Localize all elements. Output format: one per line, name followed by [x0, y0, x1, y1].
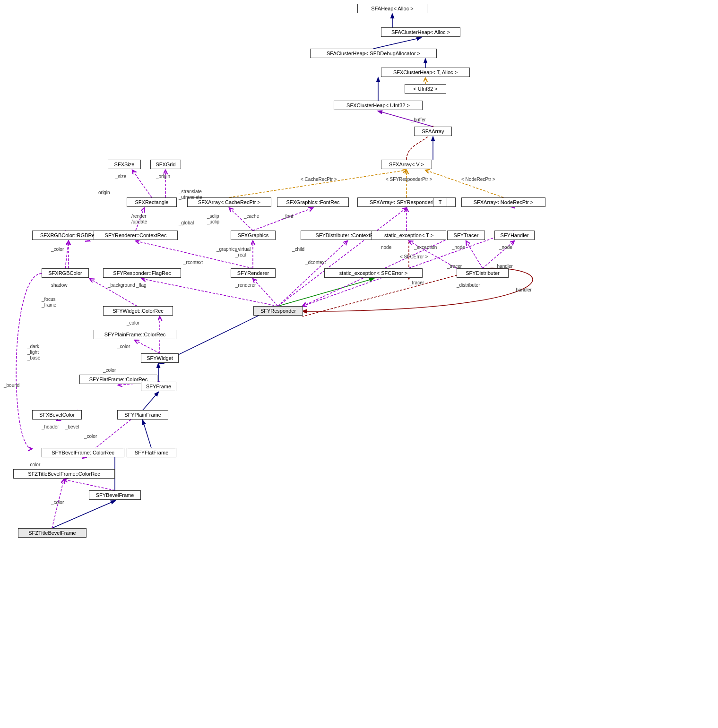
label-bevel: _bevel	[65, 424, 79, 429]
label-color-flat: _color	[103, 368, 116, 373]
node-SFYResponder: SFYResponder	[253, 306, 303, 316]
svg-line-10	[132, 170, 152, 197]
svg-line-47	[278, 208, 407, 306]
label-header: _header	[42, 424, 59, 429]
svg-line-16	[253, 208, 313, 231]
label-flag: _flag	[136, 283, 147, 288]
node-SFYPlainFrame: SFYPlainFrame	[117, 410, 168, 420]
label-handler2: _handler	[513, 287, 532, 292]
label-font: _font	[283, 214, 293, 219]
svg-line-24	[135, 340, 160, 353]
node-static-exception-T: static_exception< T >	[372, 231, 446, 240]
node-SFYPlainFrame-ColorRec: SFYPlainFrame::ColorRec	[94, 330, 176, 339]
label-node3: _node	[499, 245, 512, 250]
svg-line-27	[143, 392, 158, 410]
node-T: T	[433, 197, 447, 207]
label-color-title: _color	[51, 500, 64, 505]
node-SFXArray-NodeRecPtr: SFXArray< NodeRecPtr >	[461, 197, 545, 207]
node-SFYBevelFrame: SFYBevelFrame	[89, 490, 141, 500]
svg-line-29	[143, 420, 151, 448]
node-SFXGrid: SFXGrid	[150, 160, 181, 169]
label-size: _size	[115, 174, 126, 179]
node-SFXArray-V: SFXArray< V >	[381, 160, 432, 169]
label-cache-recptr: < CacheRecPtr >	[301, 177, 337, 182]
label-distributer: _distributer	[457, 283, 480, 288]
svg-line-7	[229, 170, 407, 197]
node-SFXGraphics-FontRec: SFXGraphics::FontRec	[277, 197, 349, 207]
node-SFAHeap: SFAHeap< Alloc >	[357, 4, 427, 13]
node-SFZTitleBevelFrame-ColorRec: SFZTitleBevelFrame::ColorRec	[13, 469, 115, 479]
label-renderer: _renderer	[235, 283, 256, 288]
label-real: _real	[235, 252, 246, 257]
svg-line-9	[425, 170, 503, 197]
label-color-rgb: _color	[51, 247, 64, 252]
label-focus: _focus	[42, 297, 55, 302]
node-SFXClusterHeap-T: SFXClusterHeap< T, Alloc >	[381, 68, 470, 77]
node-SFZTitleBevelFrame: SFZTitleBevelFrame	[18, 528, 87, 538]
node-SFYHandler: SFYHandler	[494, 231, 535, 240]
label-light: _light	[27, 350, 39, 355]
node-SFYFrame: SFYFrame	[141, 382, 176, 391]
label-background: _background	[108, 283, 135, 288]
label-shadow: shadow	[51, 283, 67, 288]
label-origin: origin	[98, 190, 110, 195]
svg-line-45	[466, 241, 483, 268]
node-SFXRectangle: SFXRectangle	[127, 197, 177, 207]
node-SFAClusterHeap-Alloc: SFAClusterHeap< Alloc >	[381, 27, 460, 37]
node-SFXGraphics: SFXGraphics	[231, 231, 276, 240]
label-node1: node	[381, 245, 391, 250]
node-SFYBevelFrame-ColorRec: SFYBevelFrame::ColorRec	[42, 448, 124, 457]
label-buffer: _buffer	[411, 117, 426, 122]
label-origin2: _origin	[156, 174, 170, 179]
svg-line-37	[278, 279, 373, 306]
svg-line-20	[142, 279, 278, 306]
svg-line-15	[229, 208, 253, 231]
label-noderecptr: < NodeRecPtr >	[461, 177, 495, 182]
label-sfcerror: < SFCError >	[400, 254, 428, 259]
label-child: _child	[292, 247, 304, 252]
node-SFYRenderer-ContextRec: SFYRenderer::ContextRec	[94, 231, 178, 240]
label-sclip: _sclip	[207, 214, 219, 219]
label-color-widget: _color	[127, 320, 139, 325]
label-color-plain: _color	[117, 344, 130, 349]
label-cache: _cache	[244, 214, 259, 219]
label-exception: _exception	[414, 245, 437, 250]
label-update: /update	[131, 219, 147, 224]
label-handler1: _handler	[494, 264, 513, 269]
node-SFYRenderer: SFYRenderer	[231, 268, 276, 278]
diagram-container: SFAHeap< Alloc > SFAClusterHeap< Alloc >…	[0, 0, 718, 728]
node-SFAClusterHeap-SFD: SFAClusterHeap< SFDDebugAllocator >	[310, 49, 437, 58]
node-SFYResponder-FlagRec: SFYResponder::FlagRec	[103, 268, 181, 278]
node-SFXBevelColor: SFXBevelColor	[32, 410, 82, 420]
node-SFAArray: SFAArray	[414, 127, 452, 136]
label-rcontext: _rcontext	[183, 260, 203, 265]
label-dcontext: _dcontext	[305, 260, 326, 265]
label-node2: _node	[452, 245, 465, 250]
svg-line-19	[253, 279, 278, 306]
node-SFXRGBColor: SFXRGBColor	[42, 268, 89, 278]
node-SFXSize: SFXSize	[108, 160, 141, 169]
node-SFYWidget-ColorRec: SFYWidget::ColorRec	[103, 306, 173, 316]
svg-line-21	[65, 241, 69, 268]
node-SFYTracer: SFYTracer	[447, 231, 485, 240]
node-SFXClusterHeap-UInt32: SFXClusterHeap< UInt32 >	[334, 101, 423, 110]
label-tracer1: _tracer	[447, 264, 462, 269]
node-SFYFlatFrame: SFYFlatFrame	[127, 448, 176, 457]
label-bound: _bound	[4, 383, 19, 388]
label-render: /render	[131, 214, 147, 219]
svg-line-31	[64, 480, 115, 490]
node-SFYDistributer: SFYDistributer	[457, 268, 509, 278]
label-dark: _dark	[27, 344, 39, 349]
label-global: _global	[179, 220, 194, 225]
label-tracer2: _tracer	[409, 280, 424, 285]
label-utranslate: _utranslate	[179, 195, 202, 200]
label-graphics: _graphics	[216, 247, 237, 252]
label-frame: _frame	[42, 302, 56, 308]
node-UInt32-template: < UInt32 >	[405, 84, 446, 94]
label-stranslate: _stranslate	[179, 189, 202, 194]
label-virtual: _virtual	[235, 247, 251, 252]
label-sfyresponderptr: < SFYResponderPtr >	[386, 177, 432, 182]
label-color-zbevel: _color	[27, 462, 40, 467]
node-SFYWidget: SFYWidget	[141, 353, 179, 363]
svg-line-1	[373, 38, 421, 49]
